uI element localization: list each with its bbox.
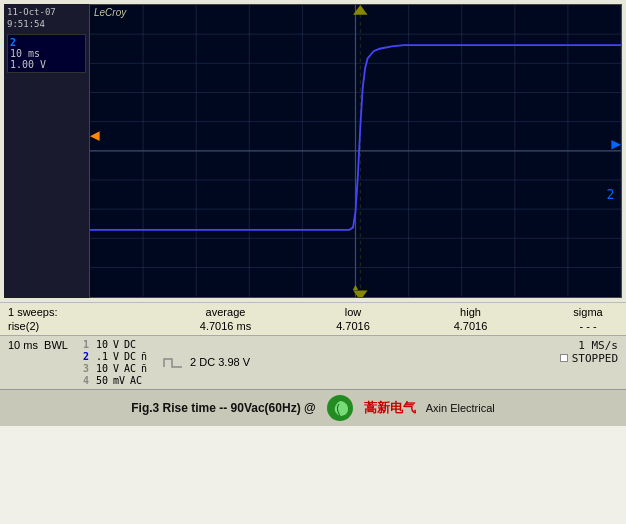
ch1-volt: 10 <box>96 339 108 350</box>
footer: Fig.3 Rise time -- 90Vac(60Hz) @ 蒿新电气 Ax… <box>0 389 626 426</box>
meas-low-val: 4.7016 <box>323 320 383 332</box>
meas-col-average: average <box>186 306 266 318</box>
ch2-number: 2 <box>83 351 91 362</box>
oscilloscope-screen: LeCroy <box>89 4 622 298</box>
timebase-setting: 10 ms BWL <box>8 339 68 351</box>
left-info-panel: 11-Oct-07 9:51:54 2 10 ms 1.00 V <box>4 4 89 298</box>
channel-settings: 1 10 V DC 2 .1 V DC ñ 3 10 <box>83 339 147 386</box>
trigger-indicator: ▲ <box>351 282 360 292</box>
meas-col-sigma: sigma <box>558 306 618 318</box>
meas-sweeps: 1 sweeps: <box>8 306 128 318</box>
ch1-number: 1 <box>83 339 91 350</box>
meas-sigma-val: - - - <box>558 320 618 332</box>
timebase-value: 10 ms <box>8 339 38 351</box>
waveform-display: 2 <box>90 5 621 297</box>
ch3-number: 3 <box>83 363 91 374</box>
time-display: 9:51:54 <box>7 19 86 29</box>
logo-svg <box>326 394 354 422</box>
ch-timebase: 10 ms <box>10 48 83 59</box>
ch3-unit: V <box>113 363 119 374</box>
brand-label: LeCroy <box>94 7 126 18</box>
ch1-coupling: DC <box>124 339 136 350</box>
date-display: 11-Oct-07 <box>7 7 86 17</box>
ch4-unit: mV <box>113 375 125 386</box>
status-text: STOPPED <box>572 352 618 365</box>
company-logo <box>326 394 354 422</box>
meas-col-low: low <box>323 306 383 318</box>
ch1-setting: 1 10 V DC <box>83 339 147 350</box>
main-container: 11-Oct-07 9:51:54 2 10 ms 1.00 V LeCroy <box>0 0 626 524</box>
ch4-number: 4 <box>83 375 91 386</box>
settings-section: 10 ms BWL 1 10 V DC 2 .1 V DC <box>0 335 626 389</box>
square-wave-icon <box>162 355 184 369</box>
bwl-label: BWL <box>44 339 68 351</box>
company-name-chinese: 蒿新电气 <box>364 399 416 417</box>
ch2-setting: 2 .1 V DC ñ <box>83 351 147 362</box>
ch-voltage: 1.00 V <box>10 59 83 70</box>
meas-values-row: rise(2) 4.7016 ms 4.7016 4.7016 - - - <box>8 319 618 333</box>
settings-top-row: 10 ms BWL 1 10 V DC 2 .1 V DC <box>8 339 618 386</box>
ch3-coupling: AC <box>124 363 136 374</box>
settings-left: 10 ms BWL 1 10 V DC 2 .1 V DC <box>8 339 250 386</box>
ch4-setting: 4 50 mV AC <box>83 375 147 386</box>
ch2-coupling: DC <box>124 351 136 362</box>
sample-rate: 1 MS/s <box>578 339 618 352</box>
svg-text:2: 2 <box>607 187 615 202</box>
scope-section: 11-Oct-07 9:51:54 2 10 ms 1.00 V LeCroy <box>0 0 626 302</box>
meas-row-label: rise(2) <box>8 320 128 332</box>
ch1-unit: V <box>113 339 119 350</box>
ch2-volt: .1 <box>96 351 108 362</box>
meas-header-row: 1 sweeps: average low high sigma <box>8 305 618 319</box>
ch3-volt: 10 <box>96 363 108 374</box>
meas-col-high: high <box>441 306 501 318</box>
measurements-section: 1 sweeps: average low high sigma rise(2)… <box>0 302 626 335</box>
ch3-extra: ñ <box>141 363 147 374</box>
status-indicator-box <box>560 354 568 362</box>
ch2-extra: ñ <box>141 351 147 362</box>
ch-label: 2 <box>10 37 83 48</box>
stopped-status: STOPPED <box>560 352 618 365</box>
channel-info-box: 2 10 ms 1.00 V <box>7 34 86 73</box>
meas-average-val: 4.7016 ms <box>186 320 266 332</box>
settings-right: 1 MS/s STOPPED <box>560 339 618 386</box>
ch3-setting: 3 10 V AC ñ <box>83 363 147 374</box>
ch2-trigger-info: 2 DC 3.98 V <box>162 355 250 369</box>
meas-high-val: 4.7016 <box>441 320 501 332</box>
ch2-dc-value: 2 DC 3.98 V <box>190 356 250 368</box>
ch4-volt: 50 <box>96 375 108 386</box>
company-name-english: Axin Electrical <box>426 402 495 414</box>
footer-caption: Fig.3 Rise time -- 90Vac(60Hz) @ <box>131 401 315 415</box>
ch4-coupling: AC <box>130 375 142 386</box>
ch2-unit: V <box>113 351 119 362</box>
